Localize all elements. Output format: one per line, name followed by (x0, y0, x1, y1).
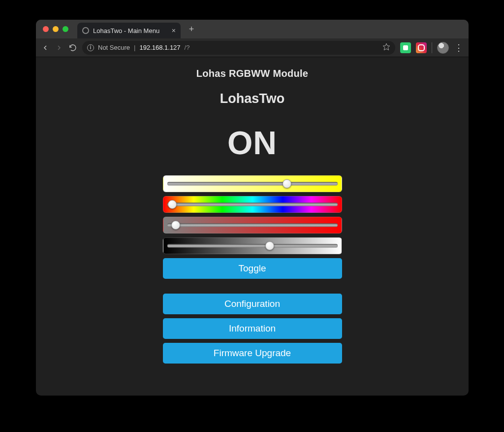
new-tab-button[interactable]: + (185, 22, 198, 36)
main-menu-page: Lohas RGBWW Module LohasTwo ON (36, 57, 469, 396)
configuration-button[interactable]: Configuration (163, 294, 342, 314)
svg-marker-0 (383, 43, 389, 50)
saturation-slider[interactable] (163, 217, 342, 233)
reload-button[interactable] (68, 43, 77, 52)
url-path: /? (185, 44, 190, 51)
slider-group (163, 175, 342, 254)
window-controls (36, 26, 68, 32)
firmware-upgrade-button[interactable]: Firmware Upgrade (163, 343, 342, 364)
url-host: 192.168.1.127 (139, 44, 180, 51)
globe-icon (82, 27, 89, 34)
device-name: LohasTwo (220, 91, 285, 106)
power-state: ON (227, 124, 277, 162)
browser-window: LohasTwo - Main Menu × + i Not Secure | … (36, 20, 469, 396)
hue-slider[interactable] (163, 196, 342, 213)
slider-thumb[interactable] (168, 200, 177, 209)
site-info-icon[interactable]: i (87, 44, 94, 51)
page-viewport: Lohas RGBWW Module LohasTwo ON (36, 57, 469, 396)
browser-menu-button[interactable]: ⋮ (454, 42, 464, 53)
slider-track (167, 224, 338, 227)
browser-tab[interactable]: LohasTwo - Main Menu × (77, 23, 181, 38)
address-bar[interactable]: i Not Secure | 192.168.1.127/? (82, 41, 395, 55)
slider-thumb[interactable] (171, 221, 180, 230)
close-window-button[interactable] (43, 26, 49, 32)
forward-button[interactable] (55, 43, 63, 52)
slider-track (167, 244, 338, 248)
brightness-slider[interactable] (163, 175, 342, 192)
window-titlebar: LohasTwo - Main Menu × + (36, 20, 469, 38)
maximize-window-button[interactable] (63, 26, 68, 32)
extension-green-icon[interactable] (400, 42, 411, 53)
slider-track (167, 203, 338, 206)
module-title: Lohas RGBWW Module (196, 68, 309, 79)
extension-instagram-icon[interactable] (416, 42, 427, 53)
security-label: Not Secure (98, 44, 130, 51)
separator: | (134, 44, 135, 51)
slider-track (167, 182, 338, 186)
information-button[interactable]: Information (163, 318, 342, 339)
minimize-window-button[interactable] (53, 26, 59, 32)
browser-toolbar: i Not Secure | 192.168.1.127/? ⋮ (36, 38, 469, 57)
bookmark-icon[interactable] (382, 43, 390, 52)
close-tab-icon[interactable]: × (172, 27, 176, 34)
slider-thumb[interactable] (265, 241, 274, 250)
profile-avatar[interactable] (437, 42, 449, 54)
button-gap (163, 283, 342, 290)
toggle-button[interactable]: Toggle (163, 258, 342, 279)
lightness-slider[interactable] (163, 237, 342, 254)
back-button[interactable] (41, 43, 50, 52)
button-group: Toggle Configuration Information Firmwar… (163, 258, 342, 364)
slider-thumb[interactable] (283, 179, 291, 188)
tab-title: LohasTwo - Main Menu (93, 27, 168, 34)
toolbar-divider (432, 42, 432, 53)
